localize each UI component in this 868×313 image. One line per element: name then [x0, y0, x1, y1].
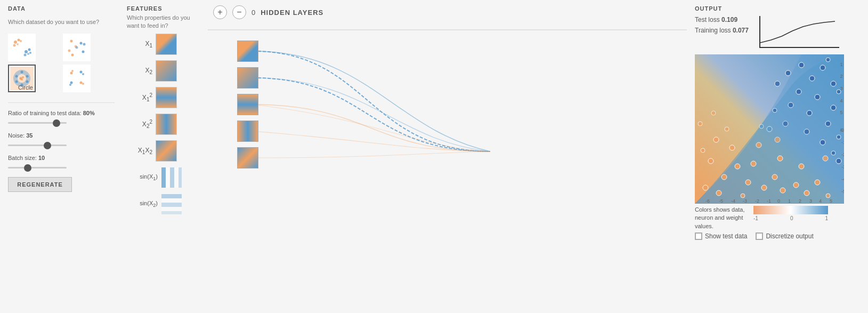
svg-rect-38	[161, 167, 166, 188]
svg-point-34	[82, 73, 84, 75]
feature-x2-thumb[interactable]	[156, 60, 177, 82]
svg-point-13	[82, 51, 85, 53]
feature-x1x2-label: X1X2	[127, 147, 152, 155]
output-bottom: Show test data Discretize output	[695, 232, 860, 240]
svg-text:4: 4	[840, 98, 842, 103]
batch-slider[interactable]	[8, 167, 67, 168]
feature-x2sq-label: X22	[127, 119, 152, 129]
feature-x1-thumb[interactable]	[156, 34, 177, 55]
neuron-x2[interactable]	[237, 67, 258, 89]
noise-label: Noise: 35	[8, 132, 115, 139]
feature-x2sq-thumb[interactable]	[156, 114, 177, 135]
svg-point-36	[69, 84, 71, 86]
svg-point-81	[815, 94, 820, 100]
svg-point-85	[807, 110, 812, 116]
svg-point-28	[21, 78, 23, 81]
svg-text:-5: -5	[719, 198, 723, 204]
output-visualization: 6 5 4 3 2 1 0 -1 -2 -3 -4 -5 -6 -5 -4 -3…	[695, 54, 844, 204]
neuron-x1sq[interactable]	[237, 94, 258, 115]
dataset-xor[interactable]	[63, 65, 91, 92]
noise-slider[interactable]	[8, 145, 67, 146]
svg-point-91	[773, 108, 777, 113]
svg-point-63	[741, 194, 745, 198]
svg-text:3: 3	[809, 198, 812, 204]
svg-text:0: 0	[777, 198, 780, 204]
svg-rect-45	[161, 203, 182, 207]
neuron-x2sq[interactable]	[237, 121, 258, 142]
dataset-circle[interactable]: Circle	[8, 65, 36, 92]
svg-point-82	[831, 105, 836, 110]
feature-sinx2: sin(X2)	[127, 194, 204, 215]
network-visualization	[208, 23, 687, 279]
svg-point-60	[772, 174, 777, 180]
legend-gradient: -1 0 1	[753, 206, 828, 221]
svg-point-17	[83, 43, 86, 46]
color-legend: Colors shows data, neuron and weight val…	[695, 206, 860, 230]
output-viz-svg: 6 5 4 3 2 1 0 -1 -2 -3 -4 -5 -6 -5 -4 -3…	[695, 54, 844, 204]
svg-rect-43	[161, 194, 182, 198]
feature-sinx1-thumb[interactable]	[161, 167, 182, 188]
svg-point-93	[831, 151, 835, 155]
svg-rect-42	[179, 167, 182, 188]
show-test-data-checkbox[interactable]: Show test data	[695, 232, 747, 240]
svg-point-4	[20, 40, 22, 42]
svg-point-20	[21, 71, 23, 74]
svg-point-80	[796, 89, 801, 94]
svg-point-15	[76, 46, 78, 49]
svg-text:-1: -1	[841, 140, 844, 145]
feature-x1sq-thumb[interactable]	[156, 87, 177, 108]
remove-layer-button[interactable]: −	[232, 5, 246, 19]
show-test-data-box[interactable]	[695, 232, 702, 240]
svg-point-94	[767, 126, 772, 132]
feature-x2-label: X2	[127, 67, 152, 75]
svg-point-7	[24, 54, 27, 57]
discretize-output-box[interactable]	[756, 232, 763, 240]
svg-point-27	[22, 76, 24, 78]
feature-sinx2-thumb[interactable]	[161, 194, 182, 215]
output-panel: OUTPUT Test loss 0.109 Training loss 0.0…	[687, 0, 868, 313]
svg-point-25	[15, 75, 18, 78]
svg-point-22	[26, 81, 29, 83]
feature-sinx1-label: sin(X1)	[127, 173, 158, 181]
svg-text:-2: -2	[841, 152, 844, 157]
dataset-grid: Circle	[8, 34, 115, 92]
svg-text:0: 0	[841, 127, 844, 133]
svg-point-6	[28, 49, 31, 51]
svg-text:2: 2	[799, 198, 801, 204]
dataset-scatter2[interactable]	[63, 34, 91, 61]
svg-text:1: 1	[840, 62, 842, 67]
output-title: OUTPUT	[695, 5, 860, 12]
feature-x1x2-thumb[interactable]	[156, 140, 177, 162]
features-panel: FEATURES Which properties do you want to…	[123, 0, 208, 313]
svg-point-86	[825, 121, 831, 126]
feature-x1x2: X1X2	[127, 140, 204, 162]
show-test-data-label: Show test data	[705, 232, 747, 240]
svg-point-33	[80, 71, 83, 74]
gradient-bar	[753, 206, 828, 214]
svg-point-3	[17, 43, 19, 45]
network-svg	[208, 23, 687, 279]
neuron-x1[interactable]	[237, 41, 258, 62]
regenerate-button[interactable]: REGENERATE	[8, 177, 72, 192]
svg-rect-41	[174, 167, 179, 188]
dataset-scatter1[interactable]	[8, 34, 36, 61]
neuron-x1x2[interactable]	[237, 147, 258, 168]
svg-point-1	[18, 39, 20, 42]
svg-point-66	[756, 142, 761, 148]
svg-point-79	[785, 70, 791, 76]
feature-x2sq: X22	[127, 114, 204, 135]
discretize-output-checkbox[interactable]: Discretize output	[756, 232, 813, 240]
svg-point-75	[809, 76, 815, 81]
svg-point-32	[82, 83, 84, 85]
data-panel: DATA Which dataset do you want to use?	[0, 0, 123, 313]
ratio-slider[interactable]	[8, 122, 67, 124]
svg-point-35	[70, 82, 73, 84]
batch-label: Batch size: 10	[8, 155, 115, 161]
svg-point-10	[70, 40, 73, 43]
svg-text:2: 2	[840, 74, 842, 79]
svg-text:-3: -3	[841, 164, 844, 170]
svg-point-70	[815, 180, 820, 185]
svg-point-76	[820, 65, 825, 70]
svg-point-97	[759, 124, 764, 129]
add-layer-button[interactable]: +	[213, 5, 227, 19]
